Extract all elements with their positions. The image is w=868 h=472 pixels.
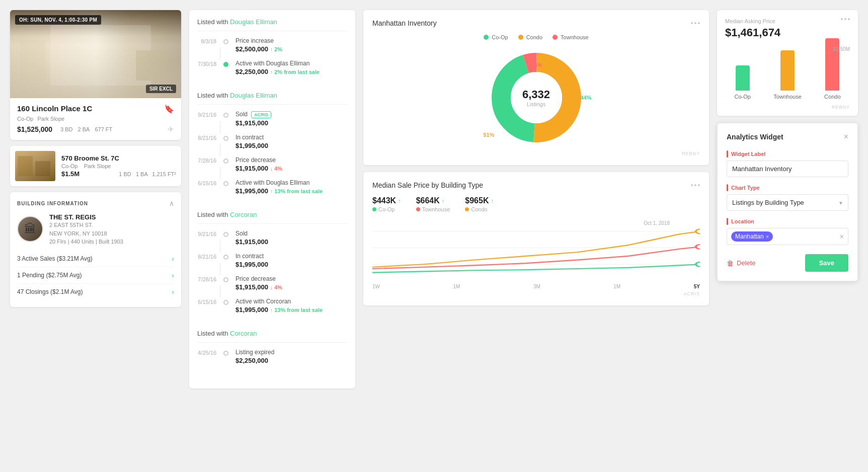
- condo-end-dot: [696, 229, 700, 233]
- location-field-wrapper[interactable]: Manhattan × ×: [727, 228, 848, 245]
- donut-label-5: 5%: [535, 62, 542, 68]
- price-stat-label-condo: Condo: [465, 206, 494, 212]
- property-neighborhood-2: Park Slope: [84, 163, 111, 169]
- widget-location-field: Location Manhattan × ×: [727, 218, 848, 245]
- listing-date: 9/21/16: [197, 111, 216, 118]
- listing-item: 9/21/16 Sold $1,915,000: [197, 230, 347, 253]
- building-stat-row-1[interactable]: 3 Active Sales ($3.21M Avg) ›: [17, 251, 174, 267]
- chart-dot: [841, 18, 843, 20]
- listing-event: Listing expired: [235, 349, 347, 356]
- price-stat-coop: $443K ↑ Co-Op: [372, 196, 401, 212]
- dot-container: [223, 60, 228, 67]
- rebny-tag-donut: REBNY: [372, 151, 700, 156]
- listing-event: Sold ACRIS: [235, 111, 347, 118]
- bar-chart-dots[interactable]: [841, 18, 850, 24]
- listing-date: 8/21/16: [197, 134, 216, 141]
- chart-dot: [844, 18, 846, 20]
- listing-date: 7/28/16: [197, 156, 216, 164]
- listing-item: 7/28/16 Price decrease $1,915,000 ↓ 4%: [197, 275, 347, 298]
- listing-date: 6/15/16: [197, 298, 216, 305]
- property-details-1: 3 BD 2 BA 677 FT: [60, 126, 112, 132]
- listing-timeline-0: 8/3/18 Price increase $2,500,000 ↑ 2% 7/…: [197, 37, 347, 83]
- widget-label-input[interactable]: [727, 161, 848, 177]
- building-address-line1: 2 EAST 55TH ST.: [49, 221, 174, 229]
- line-chart-dots[interactable]: [691, 184, 700, 186]
- building-stat-arrow-3: ›: [172, 288, 174, 296]
- building-stat-row-2[interactable]: 1 Pending ($2.75M Avg) ›: [17, 267, 174, 284]
- bar-group-townhouse: Townhouse: [770, 50, 805, 100]
- x-label-5y[interactable]: 5Y: [694, 284, 700, 289]
- bar-group-coop: Co-Op: [725, 65, 760, 100]
- property-price-row-2: $1.5M 1 BD 1 BA 1,215 FT²: [61, 170, 176, 178]
- widget-close-button[interactable]: ×: [844, 132, 848, 141]
- donut-center-label: Listings: [522, 101, 550, 107]
- widget-header: Analytics Widget ×: [727, 132, 848, 141]
- building-stat-label-2: 1 Pending ($2.75M Avg): [17, 272, 82, 279]
- listing-dot: [223, 159, 228, 164]
- listing-content: Sold $1,915,000: [235, 230, 347, 246]
- chart-dot: [691, 22, 693, 24]
- agent-link-0[interactable]: Douglas Elliman: [230, 18, 277, 26]
- col3-charts: Manhattan Inventory Co-Op Condo: [363, 10, 709, 305]
- listing-event: Price increase: [235, 37, 347, 44]
- listing-price: $1,995,000 ↑ 13% from last sale: [235, 187, 347, 195]
- location-field-clear-icon[interactable]: ×: [840, 232, 844, 241]
- property-details-2: 1 BD 1 BA 1,215 FT²: [119, 171, 176, 177]
- listing-event: In contract: [235, 253, 347, 260]
- dot-container: [223, 298, 228, 305]
- chart-dot: [691, 184, 693, 186]
- save-button[interactable]: Save: [805, 254, 848, 272]
- donut-section: Co-Op Condo Townhouse: [372, 34, 700, 148]
- building-profile: THE ST. REGIS 2 EAST 55TH ST. NEW YORK, …: [17, 213, 174, 245]
- line-chart-header: Median Sale Price by Building Type: [372, 181, 700, 189]
- bar-chart-header: Median Asking Price: [725, 18, 850, 24]
- listing-agent-title-3: Listed with Corcoran: [197, 330, 347, 343]
- chart-dots-menu[interactable]: [691, 22, 700, 24]
- agent-link-1[interactable]: Douglas Elliman: [230, 92, 277, 99]
- building-stat-label-3: 47 Closings ($2.1M Avg): [17, 288, 83, 295]
- legend-label-coop: Co-Op: [492, 34, 508, 40]
- dot-container: [223, 275, 228, 282]
- listing-date: 9/21/16: [197, 230, 216, 237]
- price-change: ↑ 2% from last sale: [270, 69, 320, 75]
- property-title-row-1: 160 Lincoln Place 1C 🔖: [17, 104, 174, 114]
- building-avatar: [17, 216, 43, 242]
- chevron-up-icon[interactable]: ∧: [169, 199, 174, 207]
- price-stat-townhouse: $664K ↑ Townhouse: [416, 196, 450, 212]
- share-icon-1[interactable]: ✈: [168, 125, 174, 134]
- bookmark-icon-1[interactable]: 🔖: [164, 104, 174, 114]
- agent-link-2[interactable]: Corcoran: [230, 211, 257, 218]
- listing-price: $2,500,000 ↑ 2%: [235, 45, 347, 53]
- property-small-info-2: 570 Broome St. 7C Co-Op Park Slope $1.5M…: [61, 154, 176, 178]
- line-chart-svg: [372, 220, 700, 281]
- donut-label-44: 44%: [580, 95, 591, 101]
- legend-dot-condo: [518, 35, 523, 40]
- price-stat-value-condo: $965K ↑: [465, 196, 494, 205]
- coop-line: [372, 264, 700, 272]
- donut-label-51: 51%: [484, 132, 495, 138]
- listing-content: Listing expired $2,250,000: [235, 349, 347, 364]
- location-tag-remove-icon[interactable]: ×: [766, 233, 769, 240]
- listing-group-0: Listed with Douglas Elliman 8/3/18 Price…: [197, 18, 347, 83]
- legend-label-townhouse: Townhouse: [561, 34, 589, 40]
- trash-icon: 🗑: [727, 259, 734, 267]
- listing-content: Price decrease $1,915,000 ↓ 4%: [235, 156, 347, 172]
- donut-chart-title: Manhattan Inventory: [372, 19, 437, 27]
- widget-chart-type-select[interactable]: Listings by Building Type Median Sale Pr…: [727, 194, 848, 211]
- donut-center-number: 6,332: [522, 88, 550, 101]
- up-arrow-condo: ↑: [491, 198, 494, 204]
- listing-event: Active with Douglas Elliman: [235, 60, 347, 67]
- building-stat-row-3[interactable]: 47 Closings ($2.1M Avg) ›: [17, 284, 174, 300]
- analytics-widget-panel: Analytics Widget × Widget Label Chart Ty…: [717, 123, 858, 281]
- condo-line: [372, 231, 700, 267]
- listing-dot: [223, 113, 228, 118]
- listing-agent-title-2: Listed with Corcoran: [197, 211, 347, 224]
- donut-center: 6,332 Listings: [522, 88, 550, 107]
- bar-label-condo: Condo: [824, 94, 840, 100]
- delete-button[interactable]: 🗑 Delete: [727, 259, 756, 267]
- dot-container: [223, 349, 228, 356]
- property-price-row-1: $1,525,000 3 BD 2 BA 677 FT ✈: [17, 125, 174, 134]
- agent-link-3[interactable]: Corcoran: [230, 330, 257, 337]
- listing-dot: [223, 232, 228, 237]
- property-address-1: 160 Lincoln Place 1C: [17, 104, 92, 113]
